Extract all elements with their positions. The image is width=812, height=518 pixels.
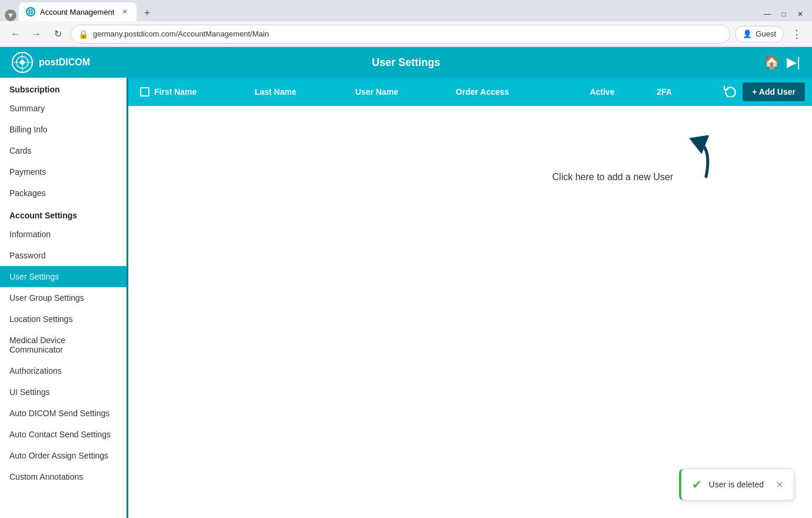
arrow-up-icon [683, 135, 718, 182]
app-container: postDICOM User Settings 🏠 ▶| Subscriptio… [0, 47, 812, 518]
window-controls: — □ ✕ [760, 7, 807, 21]
table-actions: + Add User [724, 82, 805, 101]
guest-button[interactable]: 👤 Guest [735, 26, 784, 42]
col-header-2fa: 2FA [657, 87, 724, 97]
hint-text: Click here to add a new User [553, 172, 673, 182]
empty-state-hint: Click here to add a new User [553, 135, 718, 182]
toast-notification: ✔ User is deleted ✕ [679, 469, 794, 500]
app-title: User Settings [372, 57, 440, 69]
col-header-firstname: First Name [154, 87, 255, 97]
minimize-btn[interactable]: — [760, 7, 774, 21]
sidebar-item-summary[interactable]: Summary [0, 98, 127, 119]
reload-btn[interactable]: ↻ [49, 26, 66, 42]
forward-btn[interactable]: → [28, 26, 45, 42]
address-text: germany.postdicom.com/AccountManagement/… [93, 29, 269, 38]
toast-success-icon: ✔ [692, 477, 702, 492]
app-logo: postDICOM [12, 52, 90, 73]
tab-favicon [26, 7, 35, 16]
col-header-active: Active [590, 87, 657, 97]
active-tab[interactable]: Account Management ✕ [19, 2, 137, 21]
nav-bar: ← → ↻ 🔒 germany.postdicom.com/AccountMan… [0, 21, 812, 47]
sidebar-item-information[interactable]: Information [0, 224, 127, 245]
toast-close-btn[interactable]: ✕ [776, 479, 783, 490]
sidebar-item-cards[interactable]: Cards [0, 140, 127, 161]
refresh-icon [724, 84, 737, 97]
sidebar: Subscription Summary Billing Info Cards … [0, 78, 128, 518]
sidebar-item-user-settings[interactable]: User Settings [0, 266, 127, 287]
guest-label: Guest [756, 29, 776, 38]
new-tab-btn[interactable]: + [139, 5, 155, 21]
address-bar[interactable]: 🔒 germany.postdicom.com/AccountManagemen… [71, 25, 730, 44]
sidebar-item-packages[interactable]: Packages [0, 182, 127, 204]
table-body: Click here to add a new User [128, 106, 812, 518]
sidebar-item-medical-device-communicator[interactable]: Medical Device Communicator [0, 330, 127, 360]
sidebar-item-payments[interactable]: Payments [0, 161, 127, 182]
toast-message: User is deleted [709, 480, 764, 489]
col-header-orderaccess: Order Access [456, 87, 590, 97]
tab-bar: ▼ Account Management ✕ + — □ ✕ [0, 0, 812, 21]
col-header-username: User Name [355, 87, 456, 97]
sidebar-item-ui-settings[interactable]: UI Settings [0, 381, 127, 403]
subscription-section-header: Subscription [0, 78, 127, 98]
browser-window: ▼ Account Management ✕ + — □ ✕ ← → ↻ 🔒 g… [0, 0, 812, 518]
tab-history-btn[interactable]: ▼ [5, 9, 16, 21]
sidebar-item-password[interactable]: Password [0, 245, 127, 266]
sidebar-item-auto-order-assign-settings[interactable]: Auto Order Assign Settings [0, 445, 127, 466]
sidebar-item-auto-contact-send-settings[interactable]: Auto Contact Send Settings [0, 424, 127, 445]
sidebar-item-billing-info[interactable]: Billing Info [0, 119, 127, 140]
guest-icon: 👤 [743, 29, 752, 38]
tab-close-btn[interactable]: ✕ [120, 7, 129, 16]
app-body: Subscription Summary Billing Info Cards … [0, 78, 812, 518]
header-actions: 🏠 ▶| [764, 55, 800, 70]
sidebar-item-auto-dicom-send-settings[interactable]: Auto DICOM Send Settings [0, 403, 127, 424]
close-btn[interactable]: ✕ [793, 7, 807, 21]
refresh-btn[interactable] [724, 84, 737, 100]
checkbox-icon[interactable] [140, 87, 149, 97]
logo-icon [12, 52, 33, 73]
browser-menu-btn[interactable]: ⋮ [788, 26, 805, 42]
account-settings-section-header: Account Settings [0, 204, 127, 224]
sidebar-item-custom-annotations[interactable]: Custom Annotations [0, 466, 127, 487]
back-btn[interactable]: ← [7, 26, 24, 42]
sidebar-item-location-settings[interactable]: Location Settings [0, 308, 127, 330]
select-all-checkbox[interactable] [135, 87, 154, 97]
col-header-lastname: Last Name [255, 87, 355, 97]
restore-btn[interactable]: □ [777, 7, 791, 21]
sidebar-item-authorizations[interactable]: Authorizations [0, 360, 127, 381]
logout-icon[interactable]: ▶| [787, 55, 800, 70]
tab-title: Account Management [40, 8, 114, 16]
address-lock-icon: 🔒 [78, 29, 88, 39]
notifications-icon[interactable]: 🏠 [764, 55, 780, 70]
main-panel: First Name Last Name User Name Order Acc… [128, 78, 812, 518]
sidebar-item-user-group-settings[interactable]: User Group Settings [0, 287, 127, 308]
app-header: postDICOM User Settings 🏠 ▶| [0, 47, 812, 78]
add-user-btn[interactable]: + Add User [743, 82, 805, 101]
table-header: First Name Last Name User Name Order Acc… [128, 78, 812, 106]
logo-text: postDICOM [39, 57, 90, 68]
